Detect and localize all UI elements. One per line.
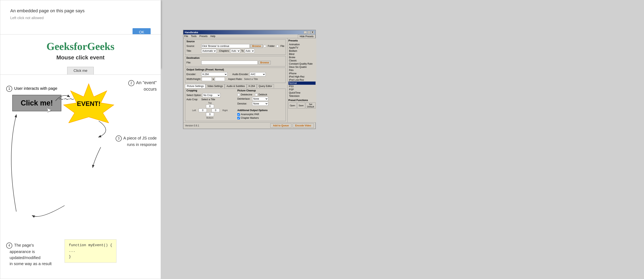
hb-picture-settings-panel: Cropping Select Option: No Crop Auto Cro…	[185, 89, 286, 121]
hb-folder-radio[interactable]	[264, 45, 266, 48]
hb-preset-ipod-low[interactable]: iPod Low-Rez	[288, 78, 316, 82]
hb-tab-query-editor[interactable]: Query Editor	[257, 84, 274, 88]
step4-text: The page's appearance is updated/modifie…	[6, 243, 52, 266]
hb-add-to-queue-button[interactable]: Add to Queue	[270, 123, 292, 128]
hb-preset-open-button[interactable]: Open	[288, 102, 297, 109]
hb-crop-right-input[interactable]	[212, 109, 220, 112]
hb-select-option-select[interactable]: No Crop	[202, 93, 220, 97]
hb-preset-film[interactable]: Film	[288, 69, 316, 72]
hb-menu-presets[interactable]: Presets	[199, 35, 208, 38]
hb-output-body: Encoder: H.264 Audio Encoder: AAC Width/…	[185, 72, 286, 83]
hb-maximize-button[interactable]: □	[307, 31, 310, 34]
hb-deinterlace-row: Deinterlace: None	[237, 97, 284, 101]
hb-detelecine-check[interactable]	[237, 93, 240, 96]
hb-footer-buttons: Add to Queue Encode Video	[270, 123, 314, 128]
hb-tab-video-settings[interactable]: Video Settings	[206, 84, 225, 88]
hb-height-input[interactable]	[215, 77, 225, 81]
hb-menubar-container: File Tools Presets Help Hide Presets	[184, 35, 315, 38]
hb-encoder-row: Encoder: H.264 Audio Encoder: AAC	[186, 72, 284, 76]
hb-chapter-markers-check[interactable]	[237, 117, 240, 119]
step2-label: 2 An "event"occurs	[128, 80, 157, 92]
hb-tab-picture-settings[interactable]: Picture Settings	[185, 84, 206, 88]
hb-dest-browse-button[interactable]: Browse	[258, 61, 271, 64]
hb-audio-encoder-label: Audio Encoder:	[232, 73, 249, 76]
step4-label: 4 The page's appearance is updated/modif…	[6, 242, 52, 267]
hb-crop-top-input[interactable]	[206, 105, 214, 108]
hb-preset-dsq[interactable]: Deux Six Quatre	[288, 65, 316, 69]
hb-menu-help[interactable]: Help	[210, 35, 216, 38]
code-box: function myEvent() { ... }	[64, 239, 116, 263]
hb-width-input[interactable]	[202, 77, 212, 81]
hb-source-browse-button[interactable]: Browse	[250, 44, 263, 48]
hb-presets-title: Presets	[288, 39, 316, 42]
gfg-click-button[interactable]: Click me	[67, 67, 94, 75]
step3-circle: 3	[116, 135, 122, 142]
click-me-big-button[interactable]: Click me!	[12, 95, 61, 111]
hb-denoise-select[interactable]: None	[252, 102, 268, 106]
hb-crop-bottom-input[interactable]	[206, 113, 214, 116]
hb-dest-title: Destination	[185, 56, 286, 60]
hb-cropping-title: Cropping	[185, 89, 234, 92]
step2-circle: 2	[128, 80, 134, 86]
hb-tab-h264[interactable]: H.264	[247, 84, 257, 88]
hb-aspect-label: Aspect Ratio:	[228, 78, 242, 81]
hb-cleanup-col: Picture Cleanup Detelecine Deblock Deint…	[236, 89, 286, 121]
hb-close-button[interactable]: X	[311, 31, 314, 34]
hb-encoder-select[interactable]: H.264	[201, 72, 228, 76]
hb-anamorphic-label: Anamorphic PAR	[241, 113, 259, 116]
hb-file-radio[interactable]	[276, 45, 279, 48]
step1-text: User interacts with page	[14, 86, 58, 91]
hb-preset-default-button[interactable]: Set Default	[306, 102, 316, 109]
step3-label: 3 A piece of JS code runs in response	[116, 135, 157, 148]
hb-deinterlace-select[interactable]: None	[252, 97, 268, 101]
hb-tab-audio-subtitles[interactable]: Audio & Subtitles	[225, 84, 246, 88]
hb-preset-cqr[interactable]: Constant Quality Rate	[288, 62, 316, 65]
hb-titlebar: Handbrake _ □ X	[184, 30, 315, 35]
hb-preset-appletv[interactable]: AppleTV	[288, 46, 316, 49]
hb-preset-broke[interactable]: Broke	[288, 56, 316, 59]
hb-preset-psp[interactable]: PSP	[288, 88, 316, 91]
hb-preset-animation[interactable]: Animation	[288, 43, 316, 46]
hb-detelecine-row: Detelecine Deblock	[237, 93, 284, 96]
hb-hide-presets-button[interactable]: Hide Presets	[298, 35, 315, 39]
hb-title-select[interactable]: Automatic	[201, 49, 216, 53]
hb-minimize-button[interactable]: _	[304, 31, 307, 34]
gfg-brand: GeeksforGeeks	[8, 41, 153, 52]
hb-menu-tools[interactable]: Tools	[191, 35, 196, 38]
hb-preset-ps3[interactable]: PS3	[288, 85, 316, 88]
hb-picture-cleanup-body: Detelecine Deblock Deinterlace: None	[236, 92, 286, 107]
step1-label: 1 User interacts with page	[6, 86, 57, 92]
hb-dest-input[interactable]	[201, 61, 258, 65]
hb-deblock-label: Deblock	[258, 93, 267, 96]
code-line2: ...	[69, 248, 112, 254]
hb-preset-ipod-high[interactable]: iPod High-Rez	[288, 75, 316, 78]
hb-audio-encoder-select[interactable]: AAC	[250, 72, 266, 76]
hb-crop-middle-row: Left Right	[192, 109, 228, 112]
hb-preset-classic[interactable]: Classic	[288, 59, 316, 62]
hb-menu-file[interactable]: File	[184, 35, 188, 38]
hb-preset-bedlam[interactable]: Bedlam	[288, 49, 316, 53]
hb-preset-save-button[interactable]: Save	[297, 102, 305, 109]
hb-encode-video-button[interactable]: Encode Video	[293, 123, 314, 128]
hb-title: Handbrake	[185, 31, 198, 34]
hb-tabs: Picture Settings Video Settings Audio & …	[185, 84, 286, 88]
step3-text: A piece of JS code runs in response	[123, 136, 157, 147]
hb-presets-panel: Presets Animation AppleTV Bedlam Blind B…	[288, 38, 316, 122]
hb-deblock-check[interactable]	[255, 93, 258, 96]
hb-wh-label: Width/Height:	[186, 78, 201, 81]
hb-preset-blind[interactable]: Blind	[288, 53, 316, 56]
hb-preset-normal[interactable]: Normal	[288, 82, 316, 85]
hb-preset-quicktime[interactable]: QuickTime	[288, 91, 316, 94]
hb-anamorphic-check[interactable]	[237, 113, 240, 116]
event-diagram: 1 User interacts with page Click me! ➤ 〜…	[0, 75, 161, 279]
hb-output-section: Output Settings (Preset: Normal) Encoder…	[185, 68, 286, 83]
hb-chapters-to-select[interactable]: Auto	[244, 49, 254, 53]
hb-preset-television[interactable]: Television	[288, 94, 316, 98]
hb-deinterlace-label: Deinterlace:	[237, 97, 252, 100]
hb-chapters-from-select[interactable]: Auto	[230, 49, 240, 53]
hb-crop-left-input[interactable]	[199, 109, 207, 112]
hb-preset-iphone[interactable]: iPhone	[288, 72, 316, 75]
hb-dest-body: File: Browse	[185, 60, 286, 66]
hb-source-input[interactable]	[201, 44, 250, 48]
hb-crop-top-row: Top	[208, 102, 212, 104]
